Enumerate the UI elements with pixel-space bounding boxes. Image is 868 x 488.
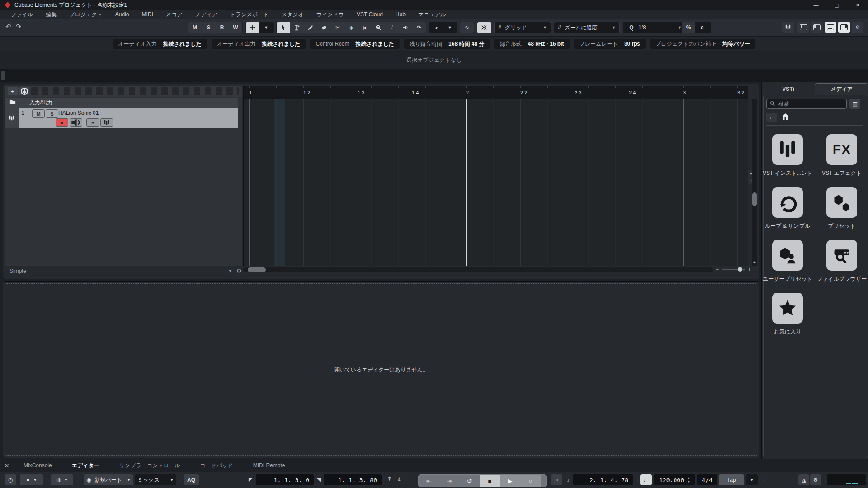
vertical-zoom-in-button[interactable]: + <box>752 260 757 265</box>
media-tile[interactable]: プリセット <box>823 187 860 230</box>
menu-item[interactable]: VST Cloud <box>350 10 389 19</box>
media-tile[interactable]: VST インスト...ント <box>769 134 806 177</box>
redo-icon[interactable]: ↷ <box>16 23 22 31</box>
vertical-scrollbar[interactable]: + <box>752 99 757 266</box>
divider-dots[interactable]: ⋮ <box>863 478 868 483</box>
media-tile[interactable]: ループ & サンプル <box>769 187 806 230</box>
tab-sampler-control[interactable]: サンプラーコントロール <box>109 462 190 469</box>
snap-zero-crossing-button[interactable]: ∿ <box>460 22 474 33</box>
media-search-input[interactable]: 検索 <box>766 99 847 109</box>
autoscroll-dropdown[interactable]: ▼ <box>259 22 273 33</box>
lower-zone-toggle[interactable] <box>825 22 836 33</box>
media-tile[interactable]: ファイルブラウザー <box>823 240 860 283</box>
media-tile[interactable]: お気に入り <box>769 293 806 336</box>
timeline-ruler[interactable]: 11.21.31.422.22.32.433.2 <box>243 86 748 99</box>
left-zone-toggle[interactable] <box>797 22 809 33</box>
zoom-mode-dropdown[interactable]: # ズームに適応▼ <box>554 22 620 33</box>
media-tile[interactable]: ユーザープリセット <box>769 240 806 283</box>
punch-out-button[interactable]: ⍋ <box>397 476 401 482</box>
metronome-setup-icon[interactable]: ◮ <box>798 474 809 485</box>
record-enable-button[interactable]: ● <box>56 118 68 127</box>
menu-item[interactable]: トランスポート <box>224 10 275 19</box>
tempo-display[interactable]: 120.000▲▼ <box>654 474 695 485</box>
track-solo-button[interactable]: S <box>46 109 58 118</box>
menu-item[interactable]: Hub <box>389 10 412 19</box>
close-button[interactable]: ✕ <box>847 0 868 10</box>
record-mode-dropdown[interactable]: ●▼ <box>20 474 43 485</box>
hscroll-thumb[interactable] <box>248 267 266 272</box>
menu-item[interactable]: ファイル <box>5 10 39 19</box>
horizontal-scrollbar[interactable] <box>243 267 713 272</box>
mute-all-button[interactable]: M <box>188 22 202 33</box>
lower-zone-close-icon[interactable]: ✕ <box>0 462 14 469</box>
stop-button[interactable]: ■ <box>480 475 500 487</box>
zoom-out-button[interactable]: − <box>716 266 719 272</box>
split-tool[interactable]: ✂ <box>331 22 344 33</box>
punch-in-button[interactable]: ⍒ <box>388 476 391 482</box>
menu-item[interactable]: マニュアル <box>412 10 452 19</box>
menu-item[interactable]: Audio <box>109 10 136 19</box>
iterative-quantize-button[interactable]: % <box>682 22 695 33</box>
left-locator-display[interactable]: 1. 1. 3. 0 <box>256 474 314 485</box>
event-display[interactable] <box>243 99 748 266</box>
cursor-position-display[interactable]: 2. 1. 4. 78 <box>573 474 633 485</box>
tempo-track-button[interactable]: ♩ <box>640 474 652 485</box>
divider-dots[interactable]: ⋮ <box>635 478 640 483</box>
menu-item[interactable]: メディア <box>189 10 224 19</box>
transport-gear-icon[interactable]: ⚙ <box>810 474 821 485</box>
zoom-in-button[interactable]: + <box>748 266 751 272</box>
constrain-delay-button[interactable]: ◷ <box>5 474 16 485</box>
tab-editor[interactable]: エディター <box>62 462 109 469</box>
zoom-tool[interactable] <box>372 22 385 33</box>
midi-insert-mode-dropdown[interactable]: ◉新規パート▼ <box>84 474 133 485</box>
comp-tool[interactable]: ↷ <box>412 22 426 33</box>
tab-media[interactable]: メディア <box>815 83 868 95</box>
glue-tool[interactable]: ◈ <box>344 22 358 33</box>
zoom-slider-knob[interactable] <box>738 267 742 272</box>
back-arrow-button[interactable]: ← <box>766 113 777 122</box>
undo-icon[interactable]: ↶ <box>5 23 11 31</box>
read-automation-button[interactable]: R <box>215 22 229 33</box>
solo-all-button[interactable]: S <box>202 22 215 33</box>
menu-item[interactable]: 編集 <box>39 10 63 19</box>
quantize-panel-button[interactable]: e <box>695 22 709 33</box>
list-view-button[interactable] <box>849 99 860 109</box>
auto-quantize-button[interactable]: AQ <box>184 474 199 485</box>
right-locator-flag-icon[interactable]: ◥ <box>316 476 321 483</box>
snap-button[interactable] <box>477 22 491 33</box>
tab-vsti[interactable]: VSTi <box>762 83 815 95</box>
cycle-button[interactable]: ↺ <box>459 475 480 487</box>
track-name[interactable]: HALion Sonic 01 <box>58 110 99 116</box>
add-track-button[interactable]: + <box>8 87 18 95</box>
quantize-preset-dropdown[interactable]: 1/8▼ <box>638 24 682 31</box>
track-controls-preset[interactable]: Simple <box>9 268 26 274</box>
menu-item[interactable]: スタジオ <box>275 10 310 19</box>
divider-dots[interactable]: ⋮ <box>761 478 766 483</box>
midi-mix-mode-dropdown[interactable]: ミックス▼ <box>135 474 176 485</box>
record-button[interactable]: ○ <box>520 475 541 487</box>
autoscroll-button[interactable] <box>246 22 259 33</box>
audition-tool[interactable] <box>399 22 412 33</box>
home-button[interactable] <box>782 113 789 122</box>
use-track-preset-button[interactable] <box>19 87 29 95</box>
instrument-track[interactable]: 1 M S HALion Sonic 01 ● e <box>5 108 238 128</box>
tab-chord-pads[interactable]: コードパッド <box>190 462 243 469</box>
maximize-button[interactable]: ▢ <box>826 0 847 10</box>
right-locator-display[interactable]: 1. 1. 3. 80 <box>324 474 382 485</box>
left-zone-alt-toggle[interactable] <box>811 22 823 33</box>
menu-item[interactable]: プロジェクト <box>63 10 109 19</box>
signature-display[interactable]: 4/4 <box>697 474 717 485</box>
instrument-rack-button[interactable] <box>782 22 794 33</box>
vscroll-thumb[interactable] <box>752 192 757 206</box>
color-menu-button[interactable]: ◕ <box>429 22 443 33</box>
instrument-editor-button[interactable] <box>100 118 113 127</box>
erase-tool[interactable] <box>317 22 331 33</box>
track-setup-gear-icon[interactable]: ⚙ <box>236 268 241 274</box>
color-menu-dropdown[interactable]: ▼ <box>443 22 457 33</box>
folder-track-io[interactable]: 入力/出力 <box>5 98 238 108</box>
draw-tool[interactable] <box>304 22 317 33</box>
mute-tool[interactable]: × <box>358 22 372 33</box>
right-zone-toggle[interactable] <box>838 22 850 33</box>
window-layout-setup-button[interactable]: ⚙ <box>852 22 863 33</box>
go-to-start-button[interactable]: ⇤ <box>419 475 439 487</box>
